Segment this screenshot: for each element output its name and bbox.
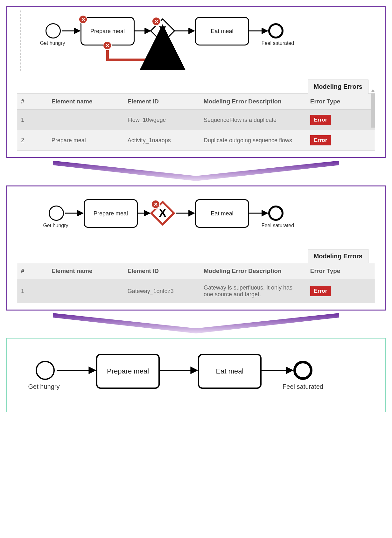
start-event-label: Get hungry xyxy=(30,40,75,46)
task-eat-meal[interactable]: Eat meal xyxy=(198,354,262,389)
col-name: Element name xyxy=(48,263,124,279)
cell-type: Error xyxy=(306,130,375,150)
cell-name xyxy=(48,279,124,303)
col-id: Element ID xyxy=(124,94,200,110)
start-event-label: Get hungry xyxy=(33,223,78,228)
col-name: Element name xyxy=(48,94,124,110)
panel-step-2: Get hungry Prepare meal X ✕ Eat meal Fee… xyxy=(6,185,386,311)
task-label: Prepare meal xyxy=(90,28,125,35)
col-desc: Modeling Error Description xyxy=(200,263,306,279)
task-label: Prepare meal xyxy=(107,367,149,375)
table-row[interactable]: 1 Gateway_1qnfqz3 Gateway is superfluous… xyxy=(17,279,375,303)
svg-marker-4 xyxy=(53,161,339,181)
bpmn-diagram-2: Get hungry Prepare meal X ✕ Eat meal Fee… xyxy=(7,186,385,244)
cell-id-link[interactable]: Flow_10wgegc xyxy=(124,110,200,130)
error-badge: Error xyxy=(310,135,331,145)
cell-num: 1 xyxy=(17,279,48,303)
cell-desc: Duplicate outgoing sequence flows xyxy=(200,130,306,150)
svg-marker-9 xyxy=(53,313,339,333)
col-desc: Modeling Error Description xyxy=(200,94,306,110)
modeling-errors-table-wrap: Modeling Errors # Element name Element I… xyxy=(17,93,375,151)
cell-desc: SequenceFlow is a duplicate xyxy=(200,110,306,130)
error-badge: Error xyxy=(310,286,331,296)
error-badge: Error xyxy=(310,115,331,125)
table-row[interactable]: 1 Flow_10wgegc SequenceFlow is a duplica… xyxy=(17,110,375,130)
end-event-label: Feel saturated xyxy=(256,40,300,46)
cell-name xyxy=(48,110,124,130)
cell-desc: Gateway is superfluous. It only has one … xyxy=(200,279,306,303)
end-event[interactable] xyxy=(268,206,284,221)
panel-step-3-final: Get hungry Prepare meal Eat meal Feel sa… xyxy=(6,338,386,412)
task-label: Eat meal xyxy=(211,28,233,35)
scrollbar-thumb[interactable] xyxy=(371,94,375,128)
end-event-label: Feel saturated xyxy=(256,223,300,228)
start-event[interactable] xyxy=(49,206,64,221)
col-type: Error Type xyxy=(306,263,375,279)
col-type: Error Type xyxy=(306,94,375,110)
gateway-marker: X xyxy=(159,24,166,38)
lane-divider xyxy=(20,10,21,71)
col-num: # xyxy=(17,94,48,110)
chevron-arrow-icon xyxy=(53,161,339,181)
task-prepare-meal[interactable]: Prepare meal xyxy=(96,354,160,389)
cell-num: 1 xyxy=(17,110,48,130)
task-label: Eat meal xyxy=(216,367,244,375)
start-event[interactable] xyxy=(46,23,61,38)
error-badge-icon[interactable]: ✕ xyxy=(79,15,88,24)
bpmn-diagram-3: Get hungry Prepare meal Eat meal Feel sa… xyxy=(7,339,385,412)
cell-type: Error xyxy=(306,279,375,303)
sequence-flows xyxy=(7,339,385,412)
error-badge-icon[interactable]: ✕ xyxy=(103,41,112,50)
cell-id-link[interactable]: Gateway_1qnfqz3 xyxy=(124,279,200,303)
cell-id-link[interactable]: Activity_1naaops xyxy=(124,130,200,150)
end-event[interactable] xyxy=(293,361,312,380)
task-eat-meal[interactable]: Eat meal xyxy=(195,17,249,45)
bpmn-diagram-1: Get hungry Prepare meal ✕ ✕ X ✕ Eat meal… xyxy=(7,7,385,77)
modeling-errors-table: # Element name Element ID Modeling Error… xyxy=(17,94,375,150)
task-eat-meal[interactable]: Eat meal xyxy=(195,199,249,228)
col-id: Element ID xyxy=(124,263,200,279)
table-row[interactable]: 2 Prepare meal Activity_1naaops Duplicat… xyxy=(17,130,375,150)
cell-type: Error xyxy=(306,110,375,130)
end-event-label: Feel saturated xyxy=(281,383,325,390)
task-label: Prepare meal xyxy=(94,210,128,217)
gateway-marker: X xyxy=(159,206,166,220)
cell-num: 2 xyxy=(17,130,48,150)
start-event-label: Get hungry xyxy=(22,383,66,390)
panel-step-1: Get hungry Prepare meal ✕ ✕ X ✕ Eat meal… xyxy=(6,6,386,158)
modeling-errors-table-wrap: Modeling Errors # Element name Element I… xyxy=(17,263,375,303)
task-label: Eat meal xyxy=(211,210,233,217)
cell-name: Prepare meal xyxy=(48,130,124,150)
modeling-errors-table: # Element name Element ID Modeling Error… xyxy=(17,263,375,303)
task-prepare-meal[interactable]: Prepare meal xyxy=(84,199,138,228)
col-num: # xyxy=(17,263,48,279)
start-event[interactable] xyxy=(36,361,55,380)
scrollbar-up-icon[interactable] xyxy=(371,89,375,92)
chevron-arrow-icon xyxy=(53,313,339,333)
error-badge-icon[interactable]: ✕ xyxy=(151,200,160,209)
modeling-errors-tab[interactable]: Modeling Errors xyxy=(308,249,368,263)
modeling-errors-tab[interactable]: Modeling Errors xyxy=(308,80,368,94)
error-badge-icon[interactable]: ✕ xyxy=(152,17,161,26)
end-event[interactable] xyxy=(268,23,284,38)
